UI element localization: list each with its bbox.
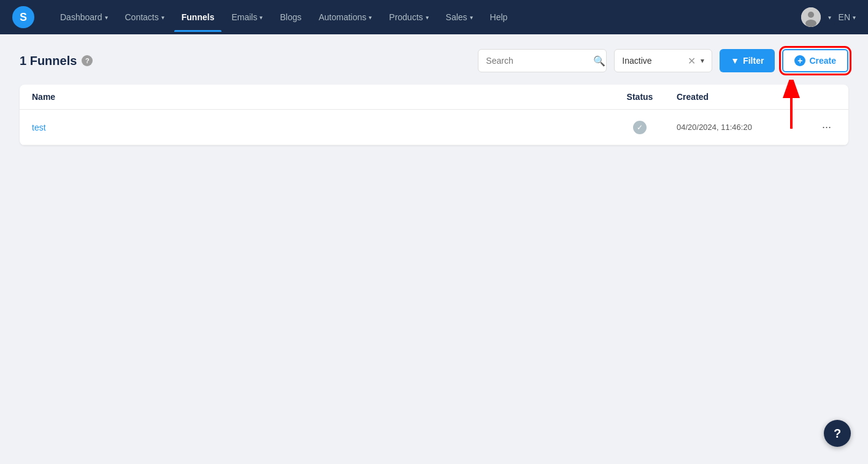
chevron-down-icon: ▾ — [161, 14, 164, 21]
logo[interactable]: S — [12, 6, 34, 28]
col-actions — [799, 92, 836, 102]
svg-point-1 — [808, 12, 814, 18]
chevron-down-icon: ▾ — [470, 14, 473, 21]
chevron-down-icon: ▾ — [701, 56, 704, 65]
funnel-created: 04/20/2024, 11:46:20 — [677, 123, 799, 132]
search-input[interactable] — [486, 56, 593, 66]
nav-item-blogs[interactable]: Blogs — [272, 9, 309, 26]
chevron-down-icon: ▾ — [853, 14, 856, 21]
clear-filter-icon[interactable]: ✕ — [688, 55, 696, 67]
col-status: Status — [603, 92, 677, 102]
nav-item-sales[interactable]: Sales ▾ — [439, 9, 480, 26]
col-created: Created — [677, 92, 799, 102]
col-name: Name — [32, 92, 603, 102]
funnels-table: Name Status Created test ✓ 04/20/2024, 1… — [20, 85, 848, 145]
topnav: S Dashboard ▾ Contacts ▾ Funnels Emails … — [0, 0, 868, 34]
toolbar: 1 Funnels ? 🔍 Inactive ✕ ▾ ▼ Filter + Cr… — [20, 49, 848, 72]
filter-icon: ▼ — [731, 56, 739, 66]
nav-right: ▾ EN ▾ — [801, 7, 856, 27]
create-button[interactable]: + Create — [782, 49, 848, 72]
nav-item-help[interactable]: Help — [483, 9, 515, 26]
page-title: 1 Funnels ? — [20, 54, 93, 68]
status-filter-value: Inactive — [622, 56, 683, 66]
funnel-name-link[interactable]: test — [32, 123, 46, 132]
svg-point-2 — [805, 20, 816, 27]
funnel-name: test — [32, 122, 603, 133]
plus-icon: + — [794, 55, 805, 66]
filter-button[interactable]: ▼ Filter — [720, 49, 775, 72]
chevron-down-icon: ▾ — [369, 14, 372, 21]
search-box: 🔍 — [478, 49, 607, 72]
table-row: test ✓ 04/20/2024, 11:46:20 ··· — [20, 110, 848, 145]
chevron-down-icon: ▾ — [105, 14, 108, 21]
nav-item-funnels[interactable]: Funnels — [174, 9, 222, 26]
status-badge: ✓ — [633, 121, 647, 134]
funnel-status: ✓ — [603, 121, 677, 134]
nav-item-contacts[interactable]: Contacts ▾ — [118, 9, 172, 26]
chevron-down-icon: ▾ — [426, 14, 429, 21]
nav-item-emails[interactable]: Emails ▾ — [224, 9, 270, 26]
avatar-chevron-icon: ▾ — [828, 14, 831, 21]
help-bubble[interactable]: ? — [824, 420, 851, 447]
toolbar-right: 🔍 Inactive ✕ ▾ ▼ Filter + Create — [478, 49, 848, 72]
page-content: 1 Funnels ? 🔍 Inactive ✕ ▾ ▼ Filter + Cr… — [0, 34, 868, 160]
status-filter[interactable]: Inactive ✕ ▾ — [614, 49, 712, 72]
table-header: Name Status Created — [20, 85, 848, 110]
chevron-down-icon: ▾ — [259, 14, 263, 21]
nav-links: Dashboard ▾ Contacts ▾ Funnels Emails ▾ … — [53, 9, 801, 26]
nav-item-dashboard[interactable]: Dashboard ▾ — [53, 9, 115, 26]
help-icon[interactable]: ? — [82, 55, 93, 66]
nav-item-products[interactable]: Products ▾ — [382, 9, 436, 26]
funnel-actions: ··· — [799, 118, 836, 136]
nav-item-automations[interactable]: Automations ▾ — [311, 9, 379, 26]
more-options-button[interactable]: ··· — [817, 118, 836, 136]
search-icon: 🔍 — [593, 55, 605, 67]
language-selector[interactable]: EN ▾ — [839, 12, 856, 22]
avatar[interactable] — [801, 7, 821, 27]
